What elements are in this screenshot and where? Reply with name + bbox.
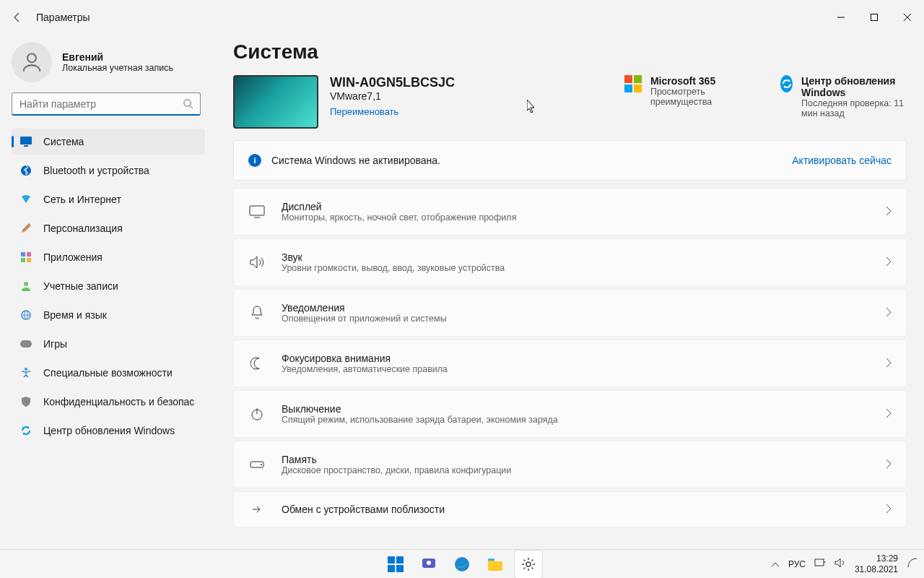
svg-point-15 (25, 368, 27, 371)
network-icon (20, 194, 32, 205)
search-input[interactable] (12, 92, 201, 116)
user-block[interactable]: Евгений Локальная учетная запись (12, 42, 220, 82)
svg-rect-1 (871, 14, 878, 21)
bluetooth-icon (20, 165, 32, 176)
activation-banner: i Система Windows не активирована. Актив… (233, 140, 907, 181)
nav-gaming[interactable]: Игры (12, 331, 205, 357)
tray-clock[interactable]: 13:29 31.08.2021 (855, 553, 898, 574)
svg-point-27 (427, 561, 431, 565)
taskbar-edge[interactable] (448, 550, 476, 579)
storage-icon (248, 456, 266, 473)
start-button[interactable] (381, 550, 410, 579)
display-icon (248, 203, 266, 220)
taskbar-chat[interactable] (414, 550, 443, 579)
setting-notifications[interactable]: УведомленияОповещения от приложений и си… (233, 289, 907, 337)
system-icon (20, 136, 32, 147)
nav: Система Bluetooth и устройства Сеть и Ин… (12, 129, 220, 444)
device-row: WIN-A0GN5LBCSJC VMware7,1 Переименовать … (233, 75, 907, 129)
nav-bluetooth[interactable]: Bluetooth и устройства (12, 158, 205, 184)
svg-rect-22 (388, 556, 395, 564)
chevron-right-icon (886, 408, 892, 420)
sidebar: Евгений Локальная учетная запись Система… (0, 35, 220, 549)
svg-rect-11 (27, 258, 31, 262)
person-icon (20, 280, 32, 292)
device-thumbnail (233, 75, 318, 129)
nav-system[interactable]: Система (12, 129, 205, 155)
nav-personalization[interactable]: Персонализация (12, 215, 205, 241)
svg-rect-23 (396, 556, 404, 564)
chevron-right-icon (886, 206, 892, 218)
power-icon (248, 405, 266, 423)
nav-network[interactable]: Сеть и Интернет (12, 186, 205, 212)
ms365-icon (624, 75, 642, 92)
maximize-button[interactable] (858, 6, 891, 29)
content: Система WIN-A0GN5LBCSJC VMware7,1 Переим… (220, 35, 924, 549)
nav-accessibility[interactable]: Специальные возможности (12, 360, 205, 386)
svg-rect-24 (388, 565, 395, 572)
moon-icon (248, 355, 266, 372)
chevron-right-icon (886, 256, 892, 269)
brush-icon (20, 223, 32, 234)
gamepad-icon (20, 338, 32, 350)
bell-icon (248, 304, 266, 322)
shield-icon (20, 396, 32, 407)
setting-sound[interactable]: ЗвукУровни громкости, вывод, ввод, звуко… (233, 238, 907, 286)
banner-text: Система Windows не активирована. (271, 155, 440, 166)
search-icon (183, 98, 193, 111)
chevron-right-icon (886, 504, 892, 516)
update-title: Центр обновления Windows (801, 75, 907, 98)
close-button[interactable] (891, 6, 924, 29)
nav-apps[interactable]: Приложения (12, 244, 205, 270)
tray-notifications-icon[interactable] (907, 557, 918, 571)
svg-rect-5 (20, 137, 32, 144)
svg-rect-29 (488, 558, 494, 561)
tray-language[interactable]: РУС (788, 559, 806, 569)
svg-line-4 (190, 105, 193, 108)
taskbar: РУС 13:29 31.08.2021 (0, 549, 924, 578)
svg-rect-8 (21, 252, 25, 256)
user-account-type: Локальная учетная запись (62, 63, 173, 73)
avatar (12, 42, 52, 82)
globe-icon (20, 309, 32, 321)
setting-power[interactable]: ВыключениеСпящий режим, использование за… (233, 390, 907, 438)
rename-link[interactable]: Переименовать (330, 106, 455, 117)
share-icon (248, 501, 266, 518)
titlebar: Параметры (0, 0, 924, 35)
nav-time-lang[interactable]: Время и язык (12, 302, 205, 328)
svg-point-21 (261, 464, 262, 465)
activate-link[interactable]: Активировать сейчас (792, 155, 892, 166)
nav-privacy[interactable]: Конфиденциальность и безопасность (12, 389, 205, 415)
svg-rect-10 (21, 258, 25, 262)
ms365-sub: Просмотреть преимущества (650, 87, 769, 107)
taskbar-settings[interactable] (514, 550, 543, 579)
svg-rect-25 (396, 565, 404, 572)
update-icon (780, 75, 793, 92)
ms365-card[interactable]: Microsoft 365 Просмотреть преимущества (624, 75, 769, 118)
user-name: Евгений (62, 51, 173, 63)
nav-accounts[interactable]: Учетные записи (12, 273, 205, 299)
chevron-right-icon (886, 307, 892, 319)
svg-point-28 (455, 557, 469, 571)
svg-point-30 (526, 562, 531, 566)
tray-volume-icon[interactable] (834, 558, 846, 570)
setting-display[interactable]: ДисплейМониторы, яркость, ночной свет, о… (233, 188, 907, 236)
device-name: WIN-A0GN5LBCSJC (330, 75, 455, 90)
info-icon: i (248, 154, 261, 167)
taskbar-explorer[interactable] (481, 550, 510, 579)
update-card[interactable]: Центр обновления Windows Последняя прове… (780, 75, 907, 118)
ms365-title: Microsoft 365 (650, 75, 769, 87)
accessibility-icon (20, 367, 32, 379)
minimize-button[interactable] (824, 6, 858, 29)
svg-point-2 (27, 53, 36, 62)
setting-nearby-share[interactable]: Обмен с устройствами поблизости (233, 491, 907, 527)
tray-network-icon[interactable] (814, 558, 826, 570)
setting-focus[interactable]: Фокусировка вниманияУведомления, автомат… (233, 340, 907, 387)
svg-point-12 (24, 282, 28, 286)
apps-icon (20, 251, 32, 263)
tray-chevron-up-icon[interactable] (771, 559, 780, 569)
back-button[interactable] (12, 12, 23, 23)
page-title: Система (233, 40, 907, 64)
nav-update[interactable]: Центр обновления Windows (12, 418, 205, 444)
setting-storage[interactable]: ПамятьДисковое пространство, диски, прав… (233, 441, 907, 488)
svg-point-3 (184, 100, 191, 106)
